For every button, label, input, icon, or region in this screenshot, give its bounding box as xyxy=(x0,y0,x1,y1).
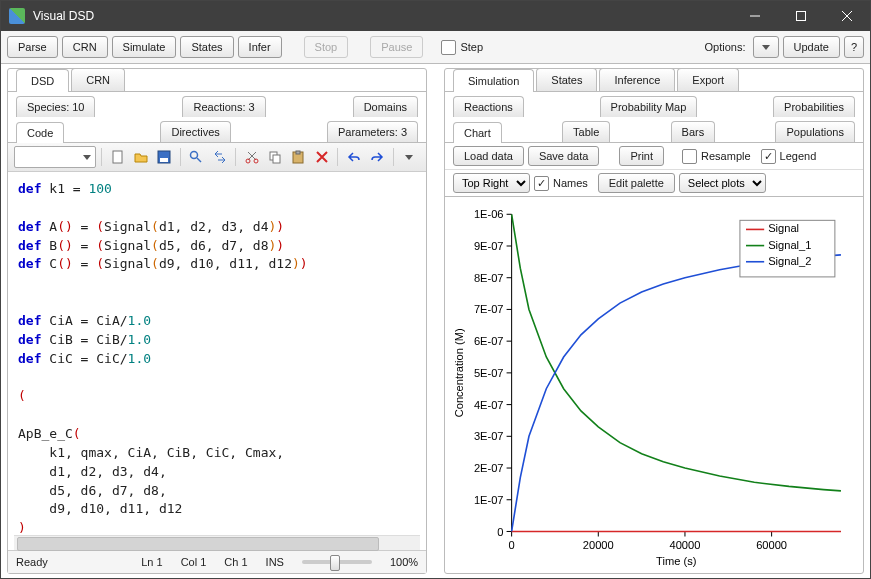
delete-icon[interactable] xyxy=(311,146,332,168)
subtab-probmap[interactable]: Probability Map xyxy=(600,96,698,117)
select-plots-dropdown[interactable]: Select plots xyxy=(679,173,766,193)
svg-text:Signal: Signal xyxy=(768,222,799,234)
undo-icon[interactable] xyxy=(343,146,364,168)
legend-checkbox[interactable] xyxy=(761,149,776,164)
chart[interactable]: 01E-072E-073E-074E-075E-076E-077E-078E-0… xyxy=(445,197,863,573)
svg-text:1E-07: 1E-07 xyxy=(474,494,504,506)
svg-text:3E-07: 3E-07 xyxy=(474,430,504,442)
minimize-button[interactable] xyxy=(732,1,778,31)
titlebar: Visual DSD xyxy=(1,1,870,31)
svg-text:9E-07: 9E-07 xyxy=(474,240,504,252)
editor-toolbar xyxy=(8,143,426,172)
status-zoom: 100% xyxy=(390,556,418,568)
infer-button[interactable]: Infer xyxy=(238,36,282,58)
svg-text:5E-07: 5E-07 xyxy=(474,367,504,379)
chart-toolbar-2: Top Right Names Edit palette Select plot… xyxy=(445,170,863,197)
left-subtabs-bottom: Code Directives Parameters: 3 xyxy=(8,117,426,143)
load-data-button[interactable]: Load data xyxy=(453,146,524,166)
subtab-table[interactable]: Table xyxy=(562,121,610,142)
toolbar-overflow-icon[interactable] xyxy=(399,146,420,168)
svg-text:Signal_1: Signal_1 xyxy=(768,239,811,251)
svg-text:8E-07: 8E-07 xyxy=(474,272,504,284)
slider-thumb[interactable] xyxy=(330,555,340,571)
editor-hscrollbar[interactable] xyxy=(14,535,420,550)
new-file-icon[interactable] xyxy=(107,146,128,168)
right-subtabs-bottom: Chart Table Bars Populations xyxy=(445,117,863,143)
stop-button[interactable]: Stop xyxy=(304,36,349,58)
tab-crn[interactable]: CRN xyxy=(71,68,125,91)
subtab-directives[interactable]: Directives xyxy=(160,121,230,142)
svg-rect-0 xyxy=(797,12,806,21)
status-ready: Ready xyxy=(16,556,48,568)
open-file-icon[interactable] xyxy=(130,146,151,168)
subtab-code[interactable]: Code xyxy=(16,122,64,143)
resample-checkbox[interactable] xyxy=(682,149,697,164)
subtab-reactions[interactable]: Reactions: 3 xyxy=(182,96,265,117)
chevron-down-icon xyxy=(762,45,770,50)
edit-palette-button[interactable]: Edit palette xyxy=(598,173,675,193)
subtab-populations[interactable]: Populations xyxy=(775,121,855,142)
simulate-button[interactable]: Simulate xyxy=(112,36,177,58)
svg-text:40000: 40000 xyxy=(669,539,700,551)
options-dropdown[interactable] xyxy=(753,36,779,58)
subtab-bars[interactable]: Bars xyxy=(671,121,716,142)
tab-simulation[interactable]: Simulation xyxy=(453,69,534,92)
save-file-icon[interactable] xyxy=(154,146,175,168)
svg-text:1E-06: 1E-06 xyxy=(474,208,504,220)
subtab-probs[interactable]: Probabilities xyxy=(773,96,855,117)
crn-button[interactable]: CRN xyxy=(62,36,108,58)
svg-rect-3 xyxy=(160,158,168,162)
pause-button[interactable]: Pause xyxy=(370,36,423,58)
app-icon xyxy=(9,8,25,24)
editor-quick-dropdown[interactable] xyxy=(14,146,96,168)
svg-text:Signal_2: Signal_2 xyxy=(768,255,811,267)
status-ins: INS xyxy=(266,556,284,568)
chevron-down-icon xyxy=(405,155,413,160)
close-button[interactable] xyxy=(824,1,870,31)
window-title: Visual DSD xyxy=(33,9,732,23)
svg-text:Time (s): Time (s) xyxy=(656,555,697,567)
chart-svg: 01E-072E-073E-074E-075E-076E-077E-078E-0… xyxy=(449,203,853,569)
svg-text:60000: 60000 xyxy=(756,539,787,551)
tab-dsd[interactable]: DSD xyxy=(16,69,69,92)
subtab-parameters[interactable]: Parameters: 3 xyxy=(327,121,418,142)
find-icon[interactable] xyxy=(186,146,207,168)
print-button[interactable]: Print xyxy=(619,146,664,166)
save-data-button[interactable]: Save data xyxy=(528,146,600,166)
tab-inference[interactable]: Inference xyxy=(599,68,675,91)
legend-position-select[interactable]: Top Right xyxy=(453,173,530,193)
panel-splitter[interactable] xyxy=(433,68,438,574)
scrollbar-thumb[interactable] xyxy=(17,537,379,551)
svg-text:20000: 20000 xyxy=(583,539,614,551)
resample-checkbox-label[interactable]: Resample xyxy=(682,149,751,164)
tab-export[interactable]: Export xyxy=(677,68,739,91)
svg-text:7E-07: 7E-07 xyxy=(474,303,504,315)
left-panel: DSD CRN Species: 10 Reactions: 3 Domains… xyxy=(7,68,427,574)
update-button[interactable]: Update xyxy=(783,36,840,58)
legend-checkbox-label[interactable]: Legend xyxy=(761,149,817,164)
subtab-species[interactable]: Species: 10 xyxy=(16,96,95,117)
states-button[interactable]: States xyxy=(180,36,233,58)
step-checkbox[interactable] xyxy=(441,40,456,55)
chevron-down-icon xyxy=(83,155,91,160)
redo-icon[interactable] xyxy=(367,146,388,168)
code-editor[interactable]: def k1 = 100 def A() = (Signal(d1, d2, d… xyxy=(8,172,426,535)
names-checkbox-label[interactable]: Names xyxy=(534,176,588,191)
zoom-slider[interactable] xyxy=(302,560,372,564)
help-button[interactable]: ? xyxy=(844,36,864,58)
step-label: Step xyxy=(460,41,483,53)
parse-button[interactable]: Parse xyxy=(7,36,58,58)
subtab-reactions2[interactable]: Reactions xyxy=(453,96,524,117)
replace-icon[interactable] xyxy=(209,146,230,168)
subtab-domains[interactable]: Domains xyxy=(353,96,418,117)
names-checkbox[interactable] xyxy=(534,176,549,191)
maximize-button[interactable] xyxy=(778,1,824,31)
step-checkbox-label[interactable]: Step xyxy=(441,40,483,55)
subtab-chart[interactable]: Chart xyxy=(453,122,502,143)
tab-states[interactable]: States xyxy=(536,68,597,91)
cut-icon[interactable] xyxy=(241,146,262,168)
paste-icon[interactable] xyxy=(288,146,309,168)
copy-icon[interactable] xyxy=(265,146,286,168)
editor-statusbar: Ready Ln 1 Col 1 Ch 1 INS 100% xyxy=(8,550,426,573)
svg-text:4E-07: 4E-07 xyxy=(474,399,504,411)
